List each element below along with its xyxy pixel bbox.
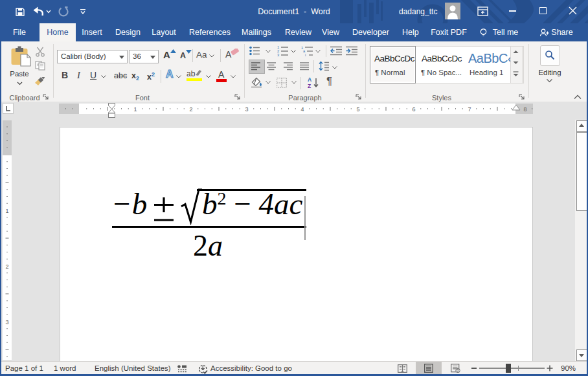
svg-text:8: 8 bbox=[523, 106, 526, 113]
svg-text:3: 3 bbox=[245, 106, 248, 113]
svg-text:1: 1 bbox=[133, 106, 137, 113]
svg-text:6: 6 bbox=[412, 106, 415, 113]
svg-text:4: 4 bbox=[300, 106, 304, 113]
svg-text:A: A bbox=[308, 76, 311, 83]
svg-text:5: 5 bbox=[356, 106, 359, 113]
svg-text:i: i bbox=[305, 53, 306, 56]
svg-text:Z: Z bbox=[308, 83, 311, 89]
svg-text:2: 2 bbox=[189, 106, 192, 113]
svg-text:7: 7 bbox=[468, 106, 471, 113]
svg-text:3: 3 bbox=[277, 53, 279, 56]
